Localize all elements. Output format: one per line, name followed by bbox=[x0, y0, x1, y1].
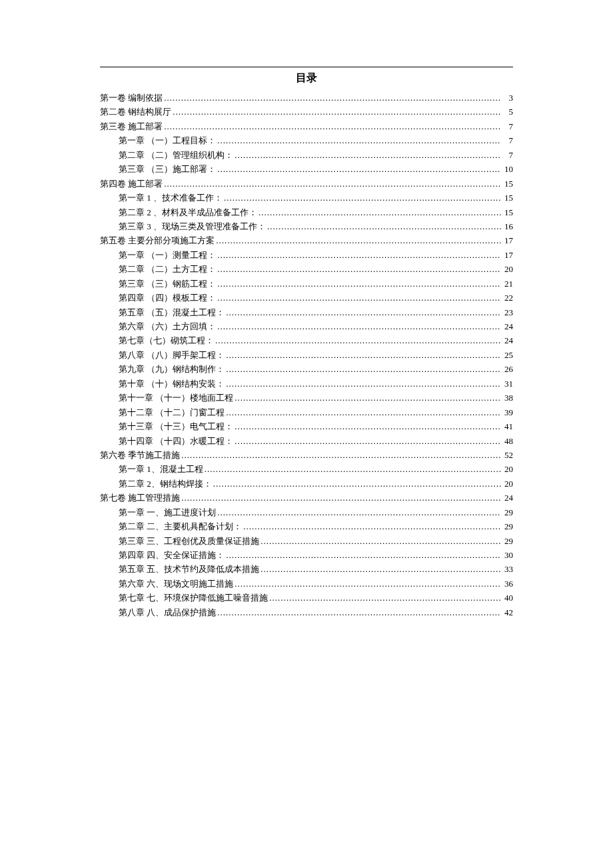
toc-dots bbox=[216, 605, 501, 619]
toc-dots bbox=[259, 562, 501, 576]
toc-entry: 第一章 （一）工程目标：7 bbox=[100, 133, 513, 147]
toc-entry-page: 15 bbox=[501, 191, 513, 205]
document-page: 目录 第一卷 编制依据3第二卷 钢结构展厅5第三卷 施工部署7第一章 （一）工程… bbox=[100, 67, 513, 619]
toc-dots bbox=[233, 577, 501, 591]
toc-entry-label: 第十四章 （十四）水暖工程： bbox=[119, 434, 233, 448]
toc-entry: 第四卷 施工部署15 bbox=[100, 177, 513, 191]
toc-dots bbox=[233, 419, 501, 433]
toc-entry-label: 第二章 （二）土方工程： bbox=[119, 262, 216, 276]
toc-entry-page: 24 bbox=[501, 319, 513, 333]
toc-entry-label: 第四章 四、安全保证措施： bbox=[119, 548, 225, 562]
toc-entry-label: 第四卷 施工部署 bbox=[100, 177, 163, 191]
toc-entry: 第五章 （五）混凝土工程：23 bbox=[100, 305, 513, 319]
toc-entry-page: 21 bbox=[501, 277, 513, 291]
toc-entry-label: 第七章（七）砌筑工程： bbox=[119, 333, 214, 347]
toc-entry-label: 第六卷 季节施工措施 bbox=[100, 448, 180, 462]
toc-dots bbox=[225, 362, 501, 376]
toc-entry-page: 10 bbox=[501, 162, 513, 176]
toc-entry-label: 第十一章 （十一）楼地面工程 bbox=[119, 391, 233, 405]
toc-entry: 第二卷 钢结构展厅5 bbox=[100, 105, 513, 119]
toc-entry-page: 20 bbox=[501, 477, 513, 491]
toc-dots bbox=[268, 591, 501, 605]
toc-dots bbox=[203, 462, 501, 476]
toc-entry-page: 39 bbox=[501, 405, 513, 419]
toc-entry-page: 7 bbox=[501, 119, 513, 133]
toc-entry: 第三章 （三）钢筋工程：21 bbox=[100, 277, 513, 291]
toc-entry-page: 17 bbox=[501, 233, 513, 247]
toc-entry-page: 17 bbox=[501, 248, 513, 262]
toc-entry-label: 第一章 1、混凝土工程 bbox=[119, 462, 203, 476]
toc-entry-label: 第二章 2、钢结构焊接： bbox=[119, 477, 212, 491]
toc-dots bbox=[180, 491, 501, 505]
toc-entry-label: 第三章 三、工程创优及质量保证措施 bbox=[119, 534, 259, 548]
toc-entry: 第八章 八、成品保护措施42 bbox=[100, 605, 513, 619]
toc-entry-page: 29 bbox=[501, 519, 513, 533]
toc-entry-label: 第一卷 编制依据 bbox=[100, 91, 163, 105]
toc-entry-label: 第八章 八、成品保护措施 bbox=[119, 605, 216, 619]
toc-entry-label: 第二章 二、主要机具配备计划： bbox=[119, 519, 242, 533]
toc-entry-page: 31 bbox=[501, 377, 513, 391]
toc-dots bbox=[242, 519, 501, 533]
toc-entry-page: 15 bbox=[501, 205, 513, 219]
toc-entry: 第一章 一、施工进度计划29 bbox=[100, 505, 513, 519]
toc-container: 第一卷 编制依据3第二卷 钢结构展厅5第三卷 施工部署7第一章 （一）工程目标：… bbox=[100, 91, 513, 619]
toc-dots bbox=[223, 191, 501, 205]
toc-dots bbox=[171, 105, 501, 119]
toc-entry-page: 38 bbox=[501, 391, 513, 405]
toc-entry-label: 第一章 （一）测量工程： bbox=[119, 248, 216, 262]
toc-entry: 第十章 （十）钢结构安装：31 bbox=[100, 377, 513, 391]
toc-entry-page: 23 bbox=[501, 305, 513, 319]
toc-entry-page: 24 bbox=[501, 491, 513, 505]
toc-entry: 第二章 （二）土方工程：20 bbox=[100, 262, 513, 276]
toc-entry-label: 第六章 六、现场文明施工措施 bbox=[119, 577, 233, 591]
toc-dots bbox=[257, 205, 501, 219]
toc-title: 目录 bbox=[100, 71, 513, 85]
toc-entry: 第二章 2、钢结构焊接：20 bbox=[100, 477, 513, 491]
toc-dots bbox=[215, 233, 501, 247]
toc-entry-page: 36 bbox=[501, 577, 513, 591]
toc-entry-page: 33 bbox=[501, 562, 513, 576]
toc-entry-label: 第一章 （一）工程目标： bbox=[119, 133, 216, 147]
toc-dots bbox=[225, 305, 501, 319]
toc-entry-page: 7 bbox=[501, 133, 513, 147]
toc-entry-label: 第五卷 主要分部分项施工方案 bbox=[100, 233, 215, 247]
toc-entry-label: 第三卷 施工部署 bbox=[100, 119, 163, 133]
toc-entry-label: 第五章 五、技术节约及降低成本措施 bbox=[119, 562, 259, 576]
toc-dots bbox=[216, 162, 501, 176]
toc-dots bbox=[180, 448, 501, 462]
toc-entry-label: 第六章 （六）土方回填： bbox=[119, 319, 216, 333]
toc-entry-label: 第二章 2 、材料及半成品准备工作： bbox=[119, 205, 257, 219]
toc-entry-page: 26 bbox=[501, 362, 513, 376]
toc-entry: 第三章 三、工程创优及质量保证措施29 bbox=[100, 534, 513, 548]
toc-dots bbox=[216, 291, 501, 305]
toc-entry: 第七章 七、环境保护降低施工噪音措施40 bbox=[100, 591, 513, 605]
toc-entry-page: 3 bbox=[501, 91, 513, 105]
toc-dots bbox=[163, 91, 501, 105]
toc-entry-page: 15 bbox=[501, 177, 513, 191]
toc-entry: 第二章 （二）管理组织机构：7 bbox=[100, 148, 513, 162]
toc-entry-label: 第十二章 （十二）门窗工程 bbox=[119, 405, 225, 419]
toc-entry-page: 16 bbox=[501, 219, 513, 233]
toc-dots bbox=[233, 434, 501, 448]
toc-entry-page: 40 bbox=[501, 591, 513, 605]
toc-entry-page: 5 bbox=[501, 105, 513, 119]
toc-dots bbox=[225, 348, 501, 362]
toc-dots bbox=[216, 505, 501, 519]
toc-entry: 第二章 二、主要机具配备计划：29 bbox=[100, 519, 513, 533]
toc-entry-label: 第三章 （三）钢筋工程： bbox=[119, 277, 216, 291]
toc-entry: 第一章 1 、技术准备工作：15 bbox=[100, 191, 513, 205]
toc-entry-page: 20 bbox=[501, 262, 513, 276]
toc-entry: 第一章 （一）测量工程：17 bbox=[100, 248, 513, 262]
toc-entry: 第六章 六、现场文明施工措施36 bbox=[100, 577, 513, 591]
toc-entry: 第七章（七）砌筑工程：24 bbox=[100, 333, 513, 347]
toc-dots bbox=[259, 534, 501, 548]
toc-entry: 第一章 1、混凝土工程20 bbox=[100, 462, 513, 476]
toc-entry: 第三章 （三）施工部署：10 bbox=[100, 162, 513, 176]
toc-dots bbox=[163, 119, 501, 133]
toc-entry: 第七卷 施工管理措施24 bbox=[100, 491, 513, 505]
toc-entry-label: 第七卷 施工管理措施 bbox=[100, 491, 180, 505]
toc-entry: 第十二章 （十二）门窗工程39 bbox=[100, 405, 513, 419]
toc-dots bbox=[216, 262, 501, 276]
toc-entry-label: 第四章 （四）模板工程： bbox=[119, 291, 216, 305]
toc-entry-label: 第三章 3 、现场三类及管理准备工作： bbox=[119, 219, 266, 233]
